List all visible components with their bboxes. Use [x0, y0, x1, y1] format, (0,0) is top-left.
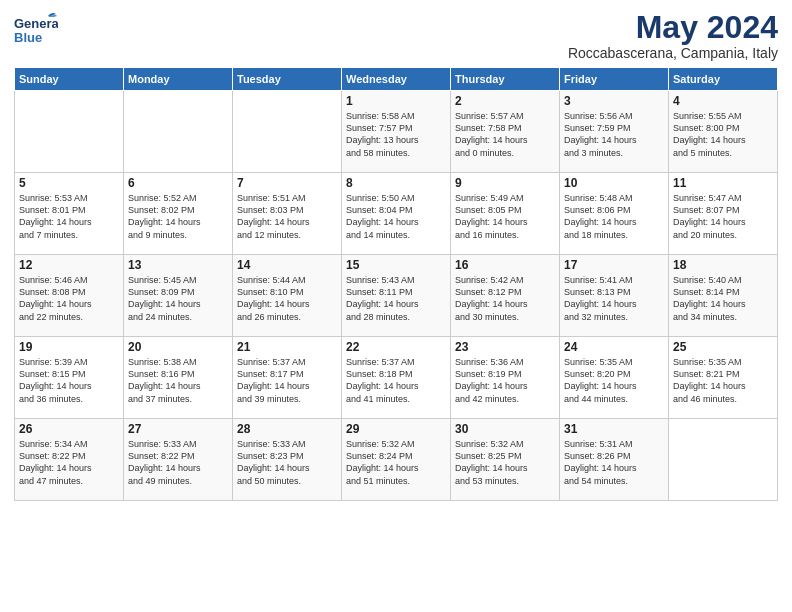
day-number: 17	[564, 258, 664, 272]
day-number: 8	[346, 176, 446, 190]
col-monday: Monday	[124, 68, 233, 91]
col-wednesday: Wednesday	[342, 68, 451, 91]
col-sunday: Sunday	[15, 68, 124, 91]
day-number: 4	[673, 94, 773, 108]
cell-2-1: 13Sunrise: 5:45 AMSunset: 8:09 PMDayligh…	[124, 255, 233, 337]
cell-1-1: 6Sunrise: 5:52 AMSunset: 8:02 PMDaylight…	[124, 173, 233, 255]
col-friday: Friday	[560, 68, 669, 91]
cell-content: Sunrise: 5:49 AMSunset: 8:05 PMDaylight:…	[455, 192, 555, 241]
cell-3-6: 25Sunrise: 5:35 AMSunset: 8:21 PMDayligh…	[669, 337, 778, 419]
cell-content: Sunrise: 5:51 AMSunset: 8:03 PMDaylight:…	[237, 192, 337, 241]
cell-content: Sunrise: 5:47 AMSunset: 8:07 PMDaylight:…	[673, 192, 773, 241]
cell-4-1: 27Sunrise: 5:33 AMSunset: 8:22 PMDayligh…	[124, 419, 233, 501]
cell-content: Sunrise: 5:48 AMSunset: 8:06 PMDaylight:…	[564, 192, 664, 241]
cell-1-2: 7Sunrise: 5:51 AMSunset: 8:03 PMDaylight…	[233, 173, 342, 255]
cell-3-2: 21Sunrise: 5:37 AMSunset: 8:17 PMDayligh…	[233, 337, 342, 419]
cell-content: Sunrise: 5:56 AMSunset: 7:59 PMDaylight:…	[564, 110, 664, 159]
day-number: 24	[564, 340, 664, 354]
title-block: May 2024 Roccabascerana, Campania, Italy	[568, 10, 778, 61]
cell-content: Sunrise: 5:43 AMSunset: 8:11 PMDaylight:…	[346, 274, 446, 323]
day-number: 26	[19, 422, 119, 436]
day-number: 29	[346, 422, 446, 436]
day-number: 9	[455, 176, 555, 190]
col-tuesday: Tuesday	[233, 68, 342, 91]
cell-content: Sunrise: 5:41 AMSunset: 8:13 PMDaylight:…	[564, 274, 664, 323]
day-number: 5	[19, 176, 119, 190]
cell-3-4: 23Sunrise: 5:36 AMSunset: 8:19 PMDayligh…	[451, 337, 560, 419]
cell-0-0	[15, 91, 124, 173]
day-number: 23	[455, 340, 555, 354]
day-number: 18	[673, 258, 773, 272]
cell-4-2: 28Sunrise: 5:33 AMSunset: 8:23 PMDayligh…	[233, 419, 342, 501]
cell-1-3: 8Sunrise: 5:50 AMSunset: 8:04 PMDaylight…	[342, 173, 451, 255]
day-number: 13	[128, 258, 228, 272]
logo: General Blue	[14, 10, 58, 48]
week-row-4: 19Sunrise: 5:39 AMSunset: 8:15 PMDayligh…	[15, 337, 778, 419]
cell-content: Sunrise: 5:55 AMSunset: 8:00 PMDaylight:…	[673, 110, 773, 159]
logo-icon: General Blue	[14, 10, 58, 48]
cell-content: Sunrise: 5:52 AMSunset: 8:02 PMDaylight:…	[128, 192, 228, 241]
day-number: 22	[346, 340, 446, 354]
cell-3-0: 19Sunrise: 5:39 AMSunset: 8:15 PMDayligh…	[15, 337, 124, 419]
cell-4-3: 29Sunrise: 5:32 AMSunset: 8:24 PMDayligh…	[342, 419, 451, 501]
page-container: General Blue May 2024 Roccabascerana, Ca…	[0, 0, 792, 507]
cell-4-4: 30Sunrise: 5:32 AMSunset: 8:25 PMDayligh…	[451, 419, 560, 501]
day-number: 19	[19, 340, 119, 354]
day-number: 31	[564, 422, 664, 436]
day-number: 2	[455, 94, 555, 108]
cell-content: Sunrise: 5:32 AMSunset: 8:24 PMDaylight:…	[346, 438, 446, 487]
cell-content: Sunrise: 5:40 AMSunset: 8:14 PMDaylight:…	[673, 274, 773, 323]
month-title: May 2024	[568, 10, 778, 45]
cell-3-5: 24Sunrise: 5:35 AMSunset: 8:20 PMDayligh…	[560, 337, 669, 419]
day-number: 10	[564, 176, 664, 190]
day-number: 30	[455, 422, 555, 436]
cell-2-0: 12Sunrise: 5:46 AMSunset: 8:08 PMDayligh…	[15, 255, 124, 337]
col-saturday: Saturday	[669, 68, 778, 91]
day-number: 14	[237, 258, 337, 272]
cell-2-2: 14Sunrise: 5:44 AMSunset: 8:10 PMDayligh…	[233, 255, 342, 337]
week-row-2: 5Sunrise: 5:53 AMSunset: 8:01 PMDaylight…	[15, 173, 778, 255]
header: General Blue May 2024 Roccabascerana, Ca…	[14, 10, 778, 61]
week-row-5: 26Sunrise: 5:34 AMSunset: 8:22 PMDayligh…	[15, 419, 778, 501]
day-number: 21	[237, 340, 337, 354]
cell-content: Sunrise: 5:38 AMSunset: 8:16 PMDaylight:…	[128, 356, 228, 405]
svg-text:Blue: Blue	[14, 30, 42, 45]
cell-content: Sunrise: 5:53 AMSunset: 8:01 PMDaylight:…	[19, 192, 119, 241]
cell-content: Sunrise: 5:34 AMSunset: 8:22 PMDaylight:…	[19, 438, 119, 487]
cell-content: Sunrise: 5:35 AMSunset: 8:21 PMDaylight:…	[673, 356, 773, 405]
cell-content: Sunrise: 5:42 AMSunset: 8:12 PMDaylight:…	[455, 274, 555, 323]
day-number: 1	[346, 94, 446, 108]
cell-content: Sunrise: 5:32 AMSunset: 8:25 PMDaylight:…	[455, 438, 555, 487]
cell-2-5: 17Sunrise: 5:41 AMSunset: 8:13 PMDayligh…	[560, 255, 669, 337]
svg-text:General: General	[14, 16, 58, 31]
col-thursday: Thursday	[451, 68, 560, 91]
cell-1-5: 10Sunrise: 5:48 AMSunset: 8:06 PMDayligh…	[560, 173, 669, 255]
cell-3-1: 20Sunrise: 5:38 AMSunset: 8:16 PMDayligh…	[124, 337, 233, 419]
cell-4-6	[669, 419, 778, 501]
cell-2-6: 18Sunrise: 5:40 AMSunset: 8:14 PMDayligh…	[669, 255, 778, 337]
day-number: 25	[673, 340, 773, 354]
cell-0-4: 2Sunrise: 5:57 AMSunset: 7:58 PMDaylight…	[451, 91, 560, 173]
cell-content: Sunrise: 5:31 AMSunset: 8:26 PMDaylight:…	[564, 438, 664, 487]
cell-content: Sunrise: 5:35 AMSunset: 8:20 PMDaylight:…	[564, 356, 664, 405]
cell-content: Sunrise: 5:57 AMSunset: 7:58 PMDaylight:…	[455, 110, 555, 159]
day-number: 16	[455, 258, 555, 272]
cell-4-0: 26Sunrise: 5:34 AMSunset: 8:22 PMDayligh…	[15, 419, 124, 501]
cell-2-4: 16Sunrise: 5:42 AMSunset: 8:12 PMDayligh…	[451, 255, 560, 337]
day-number: 7	[237, 176, 337, 190]
cell-0-1	[124, 91, 233, 173]
cell-content: Sunrise: 5:33 AMSunset: 8:23 PMDaylight:…	[237, 438, 337, 487]
calendar-header-row: Sunday Monday Tuesday Wednesday Thursday…	[15, 68, 778, 91]
day-number: 3	[564, 94, 664, 108]
cell-0-5: 3Sunrise: 5:56 AMSunset: 7:59 PMDaylight…	[560, 91, 669, 173]
cell-content: Sunrise: 5:33 AMSunset: 8:22 PMDaylight:…	[128, 438, 228, 487]
cell-0-6: 4Sunrise: 5:55 AMSunset: 8:00 PMDaylight…	[669, 91, 778, 173]
cell-0-2	[233, 91, 342, 173]
week-row-1: 1Sunrise: 5:58 AMSunset: 7:57 PMDaylight…	[15, 91, 778, 173]
day-number: 27	[128, 422, 228, 436]
cell-4-5: 31Sunrise: 5:31 AMSunset: 8:26 PMDayligh…	[560, 419, 669, 501]
cell-content: Sunrise: 5:45 AMSunset: 8:09 PMDaylight:…	[128, 274, 228, 323]
cell-content: Sunrise: 5:37 AMSunset: 8:17 PMDaylight:…	[237, 356, 337, 405]
cell-content: Sunrise: 5:46 AMSunset: 8:08 PMDaylight:…	[19, 274, 119, 323]
week-row-3: 12Sunrise: 5:46 AMSunset: 8:08 PMDayligh…	[15, 255, 778, 337]
